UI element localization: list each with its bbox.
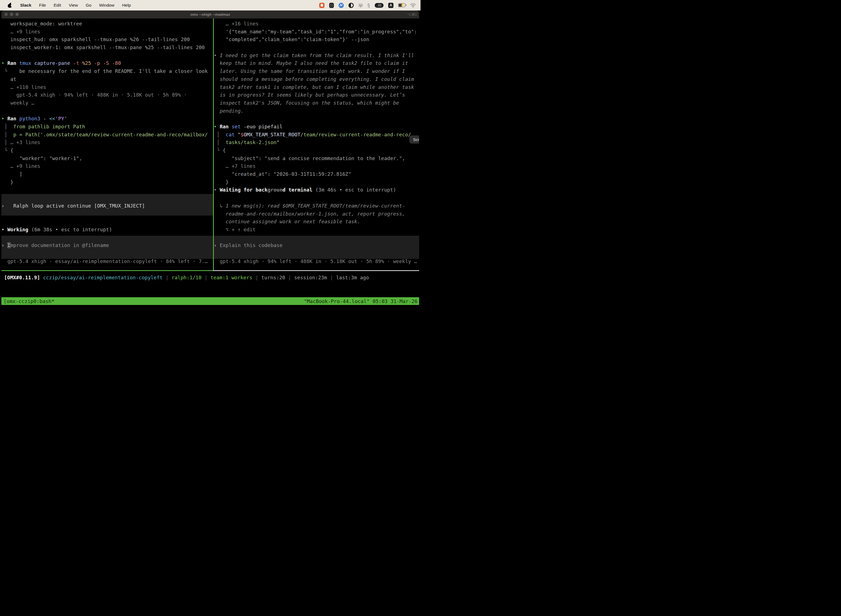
pane-left[interactable]: workspace_mode: worktree … +9 lines insp… [1,19,213,270]
terminal-line: inspect task2's JSON, focusing on the st… [214,99,419,107]
terminal: workspace_mode: worktree … +9 lines insp… [1,19,419,270]
menu-item-go[interactable]: Go [82,3,95,8]
terminal-line [214,194,419,202]
omx-status-line: [OMX#0.11.9] cczip/essay/ai-reimplementa… [1,273,419,282]
tmux-session-label: [omx-cczip0:bash* [1,298,54,304]
terminal-line: at [1,75,213,84]
tmux-host-clock: "MacBook-Pro-44.local" 05:03 31-Mar-26 [304,298,419,304]
title-bar: omx --xhigh --madmax ⌥⌘1 [1,10,419,19]
stats-badge-icon[interactable] [338,3,344,8]
terminal-line: › Improve documentation in @filename [1,242,213,249]
terminal-line: … +7 lines [214,162,419,170]
terminal-line: └ be necessary for the end of the README… [1,67,213,75]
terminal-line [214,249,419,258]
menu-item-slack[interactable]: Slack [16,3,35,8]
terminal-line: gpt-5.4 xhigh · 94% left · 488K in · 5.1… [214,258,419,265]
terminal-line: "subject": "send a concise recommendatio… [214,154,419,163]
terminal-line: … +16 lines [214,20,419,28]
terminal-line: pending. [214,107,419,115]
pane-border-bottom-left [1,270,213,271]
chat-app-icon[interactable] [319,3,324,8]
menu-item-file[interactable]: File [35,3,50,8]
terminal-line: … +110 lines [1,84,213,91]
terminal-line: "created_at": "2026-03-31T11:59:27.816Z" [214,170,419,178]
menu-bar: SlackFileEditViewGoWindowHelp § ..61 A ⚡ [0,0,420,10]
terminal-line: │ cat "$OMX_TEAM_STATE_ROOT/team/review-… [214,131,419,139]
battery-count-badge-icon[interactable]: ..61 [375,3,384,8]
battery-icon[interactable]: ⚡ [398,3,405,7]
terminal-line [214,115,419,123]
terminal-line: } [1,178,213,186]
terminal-line [1,107,213,115]
menu-item-edit[interactable]: Edit [50,3,65,8]
terminal-line: │ p = Path('.omx/state/team/review-curre… [1,131,213,139]
dots-grid-icon[interactable] [358,3,363,7]
pane-right[interactable]: … +16 lines '{"team_name":"my-team","tas… [214,19,419,270]
terminal-line: │ … +3 lines [1,139,213,147]
terminal-line [214,234,419,242]
terminal-line [1,186,213,194]
terminal-line: • I need to get the claim token from the… [214,51,419,60]
terminal-line: • Ran set -euo pipefail [214,123,419,131]
terminal-line: } [214,178,419,186]
terminal-line: inspect_hud: omx sparkshell --tmux-pane … [1,35,213,44]
terminal-line [1,51,213,60]
menu-status-icons: § ..61 A ⚡ [319,3,421,8]
terminal-line: inspect_worker-1: omx sparkshell --tmux-… [1,44,213,51]
terminal-line: • Ran python3 - <<'PY' [1,115,213,123]
terminal-line: continue assigned work or next feasible … [214,218,419,226]
menu-item-window[interactable]: Window [95,3,118,8]
terminal-line: • Waiting for background terminal (3m 46… [214,186,419,194]
pane-border-bottom-right [213,270,419,271]
menu-item-help[interactable]: Help [118,3,135,8]
window-shortcut-badge: ⌥⌘1 [407,10,417,19]
terminal-line: │ from pathlib import Path [1,123,213,131]
terminal-line: should send a message before completing … [214,75,419,84]
terminal-line: … +9 lines [1,162,213,170]
terminal-line [1,249,213,258]
apple-icon[interactable] [8,3,12,8]
terminal-line: └ { [1,147,213,154]
input-source-icon[interactable]: A [388,3,393,8]
terminal-line: readme-and-reco/mailbox/worker-1.json, a… [214,210,419,218]
terminal-line: │ tasks/task-2.json" [214,139,419,147]
terminal-line: └ { [214,147,419,154]
terminal-line: later. Using the same for transition mig… [214,67,419,75]
terminal-line: ] [1,170,213,178]
terminal-line [1,210,213,218]
terminal-line: weekly … [1,99,213,107]
terminal-line [1,218,213,226]
terminal-line: • Ran tmux capture-pane -t %25 -p -S -80 [1,59,213,67]
screen: SlackFileEditViewGoWindowHelp § ..61 A ⚡ [0,0,420,308]
terminal-line: keep that in mind. Maybe I also need the… [214,59,419,67]
terminal-line: "worker": "worker-1", [1,154,213,163]
terminal-line [214,44,419,51]
menu-items: SlackFileEditViewGoWindowHelp [16,3,135,8]
terminal-line: ⌥ + ↑ edit [214,226,419,234]
screenshot-tooltip: Scre [409,135,419,144]
terminal-line: gpt-5.4 xhigh · essay/ai-reimplementatio… [1,258,213,265]
terminal-line [1,234,213,242]
terminal-window: omx --xhigh --madmax ⌥⌘1 workspace_mode:… [1,10,419,307]
terminal-line: › Ralph loop active continue [OMX_TMUX_I… [1,202,213,210]
squiggle-icon[interactable]: § [368,3,370,8]
terminal-line: "completed","claim_token":"claim-token"}… [214,35,419,44]
terminal-line: '{"team_name":"my-team","task_id":"1","f… [214,28,419,36]
wifi-icon[interactable] [410,3,416,8]
keyboard-grid-icon[interactable] [329,3,334,8]
terminal-line: is in progress? It seems likely but perh… [214,91,419,99]
window-title: omx --xhigh --madmax [1,10,419,19]
tmux-status-bar: [omx-cczip0:bash* "MacBook-Pro-44.local"… [1,297,419,305]
moon-arc-icon[interactable] [349,3,354,8]
menu-item-view[interactable]: View [65,3,82,8]
terminal-line: • Working (6m 38s • esc to interrupt) [1,226,213,234]
terminal-line [1,194,213,202]
terminal-line: workspace_mode: worktree [1,20,213,28]
terminal-line: task2 after task1 is complete, but can I… [214,84,419,91]
terminal-line: … +9 lines [1,28,213,36]
terminal-line: ↳ 1 new msg(s): read $OMX_TEAM_STATE_ROO… [214,202,419,210]
terminal-line: › Explain this codebase [214,242,419,249]
terminal-line: gpt-5.4 xhigh · 94% left · 488K in · 5.1… [1,91,213,99]
